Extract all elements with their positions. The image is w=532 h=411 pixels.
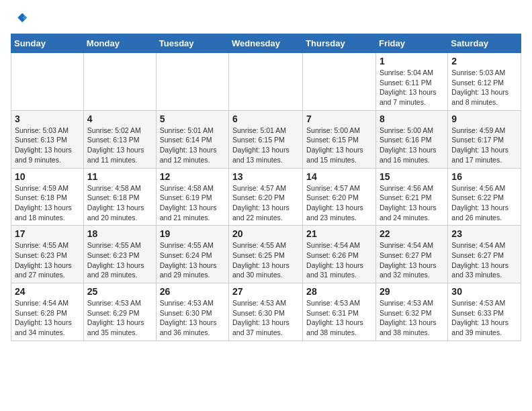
day-cell: 13Sunrise: 4:57 AM Sunset: 6:20 PM Dayli… [229,168,303,226]
day-info: Sunrise: 4:58 AM Sunset: 6:18 PM Dayligh… [87,183,152,223]
day-number: 26 [160,286,225,297]
day-info: Sunrise: 4:56 AM Sunset: 6:21 PM Dayligh… [380,183,444,223]
calendar-table: SundayMondayTuesdayWednesdayThursdayFrid… [11,34,521,341]
day-cell [303,53,376,111]
day-cell: 27Sunrise: 4:53 AM Sunset: 6:30 PM Dayli… [229,283,303,341]
day-number: 21 [306,228,372,239]
day-cell [229,53,303,111]
day-cell: 23Sunrise: 4:54 AM Sunset: 6:27 PM Dayli… [448,226,521,283]
day-cell: 22Sunrise: 4:54 AM Sunset: 6:27 PM Dayli… [375,226,447,283]
day-cell: 10Sunrise: 4:59 AM Sunset: 6:18 PM Dayli… [11,168,84,226]
day-info: Sunrise: 4:54 AM Sunset: 6:27 PM Dayligh… [380,240,444,280]
day-info: Sunrise: 4:53 AM Sunset: 6:30 PM Dayligh… [232,298,299,338]
day-number: 20 [232,228,299,239]
day-cell: 7Sunrise: 5:00 AM Sunset: 6:15 PM Daylig… [303,110,376,168]
day-info: Sunrise: 4:53 AM Sunset: 6:30 PM Dayligh… [160,298,225,338]
day-info: Sunrise: 4:53 AM Sunset: 6:32 PM Dayligh… [380,298,444,338]
logo-icon [11,11,27,27]
day-cell: 21Sunrise: 4:54 AM Sunset: 6:26 PM Dayli… [303,226,376,283]
day-info: Sunrise: 4:55 AM Sunset: 6:23 PM Dayligh… [87,240,152,280]
day-info: Sunrise: 5:00 AM Sunset: 6:15 PM Dayligh… [306,126,372,165]
day-number: 7 [306,113,372,124]
day-number: 5 [160,113,225,124]
day-cell: 1Sunrise: 5:04 AM Sunset: 6:11 PM Daylig… [375,53,447,111]
page-header [11,11,521,27]
day-info: Sunrise: 4:55 AM Sunset: 6:25 PM Dayligh… [232,240,299,280]
day-info: Sunrise: 5:01 AM Sunset: 6:15 PM Dayligh… [232,126,299,165]
day-cell: 2Sunrise: 5:03 AM Sunset: 6:12 PM Daylig… [448,53,521,111]
day-cell: 4Sunrise: 5:02 AM Sunset: 6:13 PM Daylig… [83,110,156,168]
day-cell: 9Sunrise: 4:59 AM Sunset: 6:17 PM Daylig… [448,110,521,168]
day-number: 16 [451,171,517,182]
day-cell: 24Sunrise: 4:54 AM Sunset: 6:28 PM Dayli… [11,283,84,341]
day-cell: 19Sunrise: 4:55 AM Sunset: 6:24 PM Dayli… [156,226,228,283]
day-info: Sunrise: 4:59 AM Sunset: 6:17 PM Dayligh… [451,126,517,165]
day-info: Sunrise: 4:53 AM Sunset: 6:33 PM Dayligh… [451,298,517,338]
day-number: 1 [380,56,444,66]
day-cell: 12Sunrise: 4:58 AM Sunset: 6:19 PM Dayli… [156,168,228,226]
day-cell: 14Sunrise: 4:57 AM Sunset: 6:20 PM Dayli… [303,168,376,226]
day-info: Sunrise: 4:57 AM Sunset: 6:20 PM Dayligh… [306,183,372,223]
day-number: 8 [380,113,444,124]
day-number: 6 [232,113,299,124]
week-row-3: 10Sunrise: 4:59 AM Sunset: 6:18 PM Dayli… [11,168,521,226]
day-number: 27 [232,286,299,297]
day-number: 14 [306,171,372,182]
day-cell: 25Sunrise: 4:53 AM Sunset: 6:29 PM Dayli… [83,283,156,341]
day-cell: 5Sunrise: 5:01 AM Sunset: 6:14 PM Daylig… [156,110,228,168]
day-info: Sunrise: 4:59 AM Sunset: 6:18 PM Dayligh… [15,183,80,223]
day-info: Sunrise: 4:54 AM Sunset: 6:26 PM Dayligh… [306,240,372,280]
day-cell [11,53,84,111]
week-row-2: 3Sunrise: 5:03 AM Sunset: 6:13 PM Daylig… [11,110,521,168]
day-cell: 16Sunrise: 4:56 AM Sunset: 6:22 PM Dayli… [448,168,521,226]
week-row-4: 17Sunrise: 4:55 AM Sunset: 6:23 PM Dayli… [11,226,521,283]
day-cell: 30Sunrise: 4:53 AM Sunset: 6:33 PM Dayli… [448,283,521,341]
day-info: Sunrise: 5:04 AM Sunset: 6:11 PM Dayligh… [380,68,444,107]
day-number: 22 [380,228,444,239]
day-cell: 17Sunrise: 4:55 AM Sunset: 6:23 PM Dayli… [11,226,84,283]
day-number: 17 [15,228,80,239]
day-info: Sunrise: 5:00 AM Sunset: 6:16 PM Dayligh… [380,126,444,165]
day-number: 3 [15,113,80,124]
day-number: 18 [87,228,152,239]
day-cell: 11Sunrise: 4:58 AM Sunset: 6:18 PM Dayli… [83,168,156,226]
day-number: 2 [451,56,517,66]
day-info: Sunrise: 4:53 AM Sunset: 6:31 PM Dayligh… [306,298,372,338]
day-number: 29 [380,286,444,297]
day-number: 25 [87,286,152,297]
day-info: Sunrise: 5:02 AM Sunset: 6:13 PM Dayligh… [87,126,152,165]
day-number: 30 [451,286,517,297]
weekday-header-sunday: Sunday [11,34,84,53]
day-info: Sunrise: 4:53 AM Sunset: 6:29 PM Dayligh… [87,298,152,338]
day-number: 13 [232,171,299,182]
day-cell: 6Sunrise: 5:01 AM Sunset: 6:15 PM Daylig… [229,110,303,168]
day-info: Sunrise: 4:57 AM Sunset: 6:20 PM Dayligh… [232,183,299,223]
day-cell: 20Sunrise: 4:55 AM Sunset: 6:25 PM Dayli… [229,226,303,283]
day-cell: 3Sunrise: 5:03 AM Sunset: 6:13 PM Daylig… [11,110,84,168]
weekday-header-tuesday: Tuesday [156,34,228,53]
weekday-header-friday: Friday [375,34,447,53]
day-number: 23 [451,228,517,239]
day-number: 24 [15,286,80,297]
day-number: 15 [380,171,444,182]
week-row-5: 24Sunrise: 4:54 AM Sunset: 6:28 PM Dayli… [11,283,521,341]
day-number: 28 [306,286,372,297]
day-number: 4 [87,113,152,124]
day-cell: 8Sunrise: 5:00 AM Sunset: 6:16 PM Daylig… [375,110,447,168]
week-row-1: 1Sunrise: 5:04 AM Sunset: 6:11 PM Daylig… [11,53,521,111]
day-cell: 26Sunrise: 4:53 AM Sunset: 6:30 PM Dayli… [156,283,228,341]
day-cell: 29Sunrise: 4:53 AM Sunset: 6:32 PM Dayli… [375,283,447,341]
day-info: Sunrise: 4:58 AM Sunset: 6:19 PM Dayligh… [160,183,225,223]
day-number: 10 [15,171,80,182]
day-info: Sunrise: 4:56 AM Sunset: 6:22 PM Dayligh… [451,183,517,223]
day-info: Sunrise: 5:03 AM Sunset: 6:12 PM Dayligh… [451,68,517,107]
day-info: Sunrise: 5:01 AM Sunset: 6:14 PM Dayligh… [160,126,225,165]
day-cell: 15Sunrise: 4:56 AM Sunset: 6:21 PM Dayli… [375,168,447,226]
day-info: Sunrise: 5:03 AM Sunset: 6:13 PM Dayligh… [15,126,80,165]
day-info: Sunrise: 4:54 AM Sunset: 6:28 PM Dayligh… [15,298,80,338]
day-cell: 18Sunrise: 4:55 AM Sunset: 6:23 PM Dayli… [83,226,156,283]
day-number: 9 [451,113,517,124]
day-cell: 28Sunrise: 4:53 AM Sunset: 6:31 PM Dayli… [303,283,376,341]
weekday-header-monday: Monday [83,34,156,53]
weekday-header-thursday: Thursday [303,34,376,53]
